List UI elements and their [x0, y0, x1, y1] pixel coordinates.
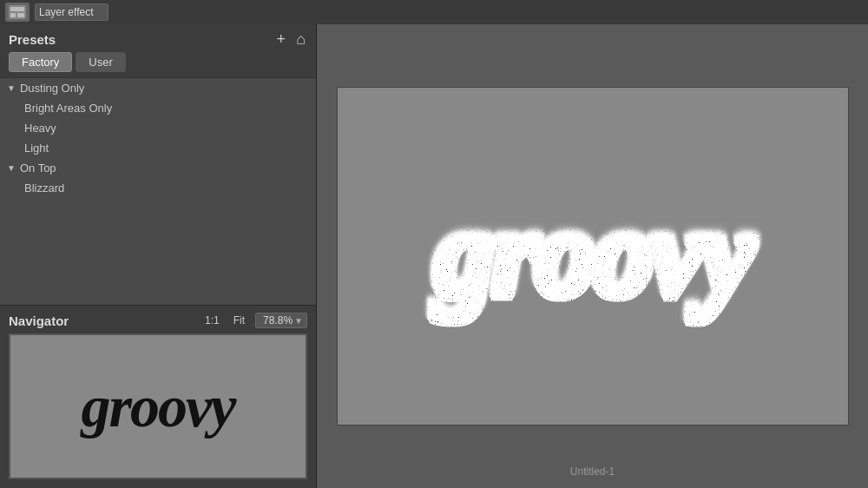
presets-header: Presets + ⌂	[0, 24, 316, 52]
top-bar: Layer effect	[0, 0, 868, 24]
presets-actions: + ⌂	[275, 31, 307, 47]
preset-item-light[interactable]: Light	[0, 138, 316, 158]
nav-preview-text: groovy	[82, 373, 235, 441]
main-layout: Presets + ⌂ Factory User ▼ Dusting Only …	[0, 24, 868, 488]
zoom-dropdown-arrow[interactable]: ▼	[294, 316, 303, 326]
svg-rect-1	[10, 7, 24, 11]
canvas-filename: Untitled-1	[570, 465, 615, 478]
left-panel: Presets + ⌂ Factory User ▼ Dusting Only …	[0, 24, 317, 488]
home-preset-button[interactable]: ⌂	[294, 31, 307, 47]
navigator-preview: groovy	[9, 333, 307, 479]
group-label-dusting: Dusting Only	[20, 82, 84, 95]
preset-item-bright-areas-only[interactable]: Bright Areas Only	[0, 98, 316, 118]
add-preset-button[interactable]: +	[275, 31, 288, 47]
presets-title: Presets	[9, 32, 56, 47]
zoom-percent-input[interactable]	[260, 314, 293, 326]
canvas-area: groovy Untitled-1	[317, 24, 868, 488]
preset-item-blizzard[interactable]: Blizzard	[0, 178, 316, 198]
tabs-row: Factory User	[0, 52, 316, 77]
tab-user[interactable]: User	[76, 52, 125, 72]
navigator-section: Navigator 1:1 Fit ▼ groovy	[0, 305, 316, 488]
navigator-title: Navigator	[9, 313, 194, 328]
groovy-filtered: groovy	[434, 187, 751, 326]
preset-group-dusting-only[interactable]: ▼ Dusting Only	[0, 78, 316, 98]
canvas-main-text: groovy	[434, 189, 751, 324]
groovy-text-container: groovy	[434, 187, 751, 326]
layer-dropdown[interactable]: Layer effect	[35, 3, 108, 21]
navigator-header: Navigator 1:1 Fit ▼	[0, 306, 316, 333]
group-label-on-top: On Top	[20, 162, 56, 175]
tab-factory[interactable]: Factory	[9, 52, 72, 72]
preset-group-on-top[interactable]: ▼ On Top	[0, 158, 316, 178]
triangle-icon: ▼	[7, 83, 16, 93]
canvas-frame: groovy	[337, 87, 849, 425]
plugin-icon	[5, 3, 30, 22]
zoom-fit-button[interactable]: Fit	[230, 313, 248, 327]
svg-rect-3	[17, 13, 24, 17]
svg-rect-2	[10, 13, 16, 17]
preset-item-heavy[interactable]: Heavy	[0, 118, 316, 138]
preset-list[interactable]: ▼ Dusting Only Bright Areas Only Heavy L…	[0, 77, 316, 305]
zoom-1-1-button[interactable]: 1:1	[201, 313, 223, 327]
zoom-input-wrap: ▼	[255, 313, 307, 328]
triangle-icon-2: ▼	[7, 163, 16, 173]
